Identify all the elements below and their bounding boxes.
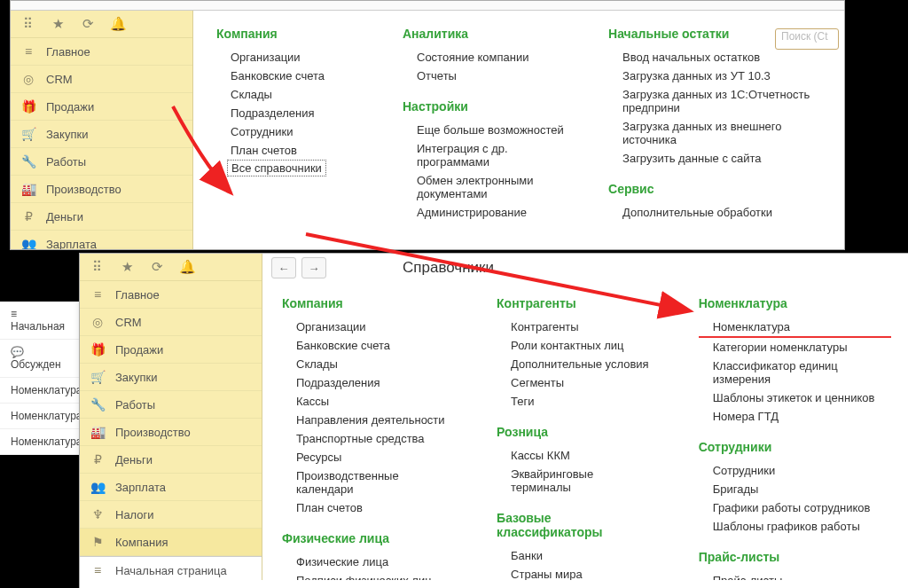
menu-link[interactable]: Сотрудники — [216, 122, 367, 141]
section-header[interactable]: Контрагенты — [497, 296, 654, 310]
menu-link[interactable]: Загрузка данных из 1С:Отчетность предпри… — [608, 85, 826, 117]
nav-forward-button[interactable]: → — [301, 257, 326, 278]
sidebar-item-label: Компания — [115, 536, 168, 549]
menu-link[interactable]: Шаблоны графиков работы — [699, 517, 891, 536]
section-header[interactable]: Физические лица — [282, 531, 452, 545]
sidebar-item-ruble[interactable]: ₽Деньги — [80, 446, 262, 474]
sidebar-item-people[interactable]: 👥Зарплата — [11, 231, 192, 250]
section-header[interactable]: Базовые классификаторы — [497, 511, 654, 539]
menu-link[interactable]: Номенклатура — [699, 318, 891, 338]
search-input[interactable]: Поиск (Ct — [775, 28, 839, 50]
apps-icon[interactable]: ⠿ — [20, 16, 35, 32]
menu-link[interactable]: Дополнительные условия — [497, 355, 654, 373]
star-icon[interactable]: ★ — [119, 259, 135, 275]
sidebar-item-gift[interactable]: 🎁Продажи — [11, 93, 192, 121]
industry-icon: 🏭 — [90, 425, 105, 439]
star-icon[interactable]: ★ — [50, 16, 66, 32]
menu-link[interactable]: Эквайринговые терминалы — [497, 465, 654, 497]
sidebar-item-eagle[interactable]: ♆Налоги — [80, 501, 262, 529]
menu-link[interactable]: Подразделения — [216, 104, 367, 122]
history-icon[interactable]: ⟳ — [149, 259, 165, 275]
menu-link[interactable]: Прайс-листы — [699, 571, 891, 580]
menu-link[interactable]: Шаблоны этикеток и ценников — [699, 388, 891, 407]
menu-link[interactable]: Классификатор единиц измерения — [699, 357, 891, 388]
menu-link[interactable]: Обмен электронными документами — [403, 171, 573, 203]
menu-link[interactable]: Графики работы сотрудников — [699, 498, 891, 517]
menu-link[interactable]: Организации — [282, 318, 452, 336]
menu-link[interactable]: Администрирование — [403, 203, 573, 222]
menu-link[interactable]: Сотрудники — [699, 461, 891, 480]
section-header[interactable]: Сотрудники — [699, 440, 891, 454]
sidebar-item-wrench[interactable]: 🔧Работы — [11, 148, 192, 176]
menu-link[interactable]: Загрузка данных из УТ 10.3 — [608, 67, 826, 85]
menu-link[interactable]: Бригады — [699, 480, 891, 498]
menu-link[interactable]: Подписи физических лиц — [282, 571, 452, 580]
section-header[interactable]: Номенклатура — [699, 296, 891, 310]
section-header[interactable]: Настройки — [403, 99, 573, 114]
apps-icon[interactable]: ⠿ — [89, 259, 105, 275]
menu-link[interactable]: Роли контактных лиц — [497, 336, 654, 355]
bell-icon[interactable]: 🔔 — [110, 16, 126, 32]
sidebar-item-home[interactable]: ≡Начальная страница — [80, 556, 262, 580]
sidebar-item-industry[interactable]: 🏭Производство — [11, 176, 192, 203]
menu-link[interactable]: Транспортные средства — [282, 429, 452, 448]
sidebar-item-wrench[interactable]: 🔧Работы — [80, 391, 262, 419]
menu-link[interactable]: Ввод начальных остатков — [608, 48, 826, 67]
menu-link[interactable]: План счетов — [282, 498, 452, 517]
menu-link[interactable]: Банки — [497, 546, 654, 565]
open-tab[interactable]: 💬 Обсужден — [0, 340, 79, 378]
sidebar-item-flag[interactable]: ⚑Компания — [80, 529, 262, 556]
ruble-icon: ₽ — [90, 452, 105, 466]
menu-link[interactable]: Банковские счета — [216, 67, 367, 85]
sidebar-item-gift[interactable]: 🎁Продажи — [80, 336, 262, 364]
menu-link[interactable]: Загрузить данные с сайта — [608, 149, 826, 168]
section-header[interactable]: Аналитика — [403, 27, 573, 41]
menu-link[interactable]: Склады — [216, 85, 367, 104]
menu-link[interactable]: Категории номенклатуры — [699, 338, 891, 357]
sidebar-item-target[interactable]: ◎CRM — [80, 309, 262, 336]
menu-link[interactable]: Кассы ККМ — [497, 446, 654, 465]
menu-link[interactable]: Подразделения — [282, 373, 452, 392]
menu-link[interactable]: Банковские счета — [282, 336, 452, 355]
sidebar-item-people[interactable]: 👥Зарплата — [80, 474, 262, 501]
menu-link[interactable]: Производственные календари — [282, 466, 452, 498]
menu-link[interactable]: Все справочники — [227, 160, 326, 176]
menu-link[interactable]: Интеграция с др. программами — [403, 139, 573, 171]
sidebar-item-industry[interactable]: 🏭Производство — [80, 419, 262, 446]
menu-link[interactable]: Еще больше возможностей — [403, 121, 573, 139]
section-header[interactable]: Компания — [216, 27, 367, 41]
menu-link[interactable]: Направления деятельности — [282, 411, 452, 429]
sidebar-item-target[interactable]: ◎CRM — [11, 66, 192, 93]
menu-link[interactable]: Теги — [497, 392, 654, 411]
menu-link[interactable]: Ресурсы — [282, 448, 452, 466]
section-header[interactable]: Компания — [282, 296, 452, 310]
menu-link[interactable]: Дополнительные обработки — [608, 203, 826, 222]
open-tab[interactable]: ≡ Начальная — [0, 302, 79, 340]
open-tab[interactable]: Номенклатура — [0, 404, 79, 429]
nav-back-button[interactable]: ← — [271, 257, 296, 278]
open-tab[interactable]: Номенклатура — [0, 429, 79, 455]
menu-link[interactable]: Отчеты — [403, 67, 573, 85]
section-header[interactable]: Сервис — [608, 182, 826, 196]
menu-link[interactable]: Склады — [282, 355, 452, 373]
sidebar-item-home[interactable]: ≡Главное — [11, 38, 192, 66]
section-header[interactable]: Розница — [497, 425, 654, 439]
open-tab[interactable]: Номенклатура — [0, 378, 79, 404]
menu-link[interactable]: Загрузка данных из внешнего источника — [608, 117, 826, 149]
menu-link[interactable]: План счетов — [216, 141, 367, 160]
menu-link[interactable]: Сегменты — [497, 373, 654, 392]
sidebar-item-cart[interactable]: 🛒Закупки — [11, 121, 192, 148]
menu-link[interactable]: Организации — [216, 48, 367, 67]
bell-icon[interactable]: 🔔 — [179, 259, 195, 275]
sidebar-item-home[interactable]: ≡Главное — [80, 281, 262, 309]
sidebar-item-cart[interactable]: 🛒Закупки — [80, 364, 262, 391]
section-header[interactable]: Прайс-листы — [699, 550, 891, 564]
history-icon[interactable]: ⟳ — [80, 16, 96, 32]
menu-link[interactable]: Кассы — [282, 392, 452, 411]
menu-link[interactable]: Физические лица — [282, 553, 452, 571]
menu-link[interactable]: Страны мира — [497, 565, 654, 580]
menu-link[interactable]: Состояние компании — [403, 48, 573, 67]
sidebar-item-ruble[interactable]: ₽Деньги — [11, 203, 192, 231]
menu-link[interactable]: Контрагенты — [497, 318, 654, 336]
menu-link[interactable]: Номера ГТД — [699, 407, 891, 426]
